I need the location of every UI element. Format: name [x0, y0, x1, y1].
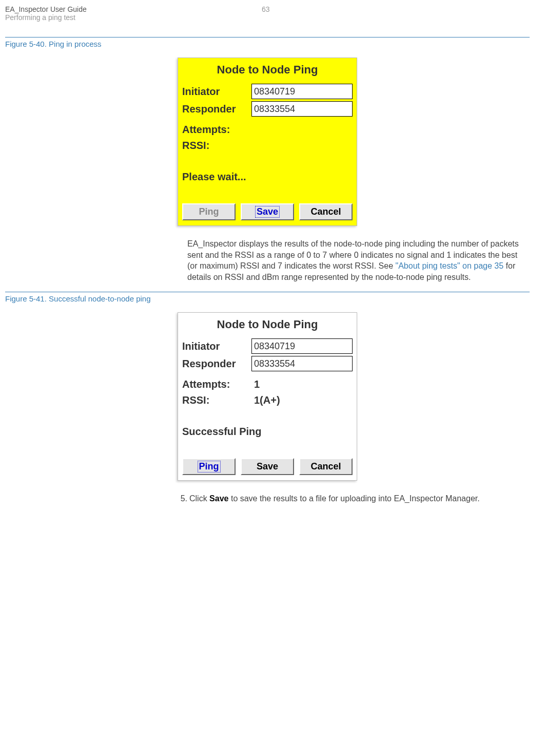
ping-button[interactable]: Ping — [182, 458, 236, 475]
figure-divider — [5, 292, 530, 292]
cancel-button[interactable]: Cancel — [299, 203, 353, 220]
initiator-input[interactable]: 08340719 — [251, 84, 353, 99]
rssi-value: 1(A+) — [254, 394, 280, 406]
responder-label: Responder — [182, 103, 251, 115]
step-number: 5. — [174, 493, 187, 504]
initiator-label: Initiator — [182, 86, 251, 98]
page-header: EA_Inspector User Guide Performing a pin… — [5, 5, 530, 22]
responder-input[interactable]: 08333554 — [251, 356, 353, 371]
initiator-input[interactable]: 08340719 — [251, 338, 353, 354]
cancel-button[interactable]: Cancel — [299, 458, 353, 475]
doc-subtitle: Performing a ping test — [5, 13, 262, 22]
responder-input[interactable]: 08333554 — [251, 101, 353, 117]
about-ping-tests-link[interactable]: "About ping tests" on page 35 — [395, 261, 503, 270]
attempts-label: Attempts: — [182, 124, 254, 136]
ping-dialog-success: Node to Node Ping Initiator 08340719 Res… — [178, 312, 357, 481]
status-message: Please wait... — [178, 156, 357, 203]
attempts-value: 1 — [254, 379, 260, 390]
attempts-label: Attempts: — [182, 379, 254, 390]
initiator-label: Initiator — [182, 341, 251, 352]
save-button[interactable]: Save — [241, 458, 294, 475]
dialog-title: Node to Node Ping — [178, 58, 357, 84]
dialog-title: Node to Node Ping — [178, 313, 357, 338]
page-number: 63 — [262, 5, 270, 13]
figure-divider — [5, 37, 530, 37]
results-description: EA_Inspector displays the results of the… — [187, 238, 519, 282]
save-keyword: Save — [209, 494, 228, 503]
responder-label: Responder — [182, 358, 251, 370]
ping-button[interactable]: Ping — [182, 203, 236, 220]
rssi-label: RSSI: — [182, 140, 254, 152]
figure-caption-1: Figure 5-40. Ping in process — [5, 40, 530, 48]
figure-caption-2: Figure 5-41. Successful node-to-node pin… — [5, 294, 530, 303]
save-button[interactable]: Save — [241, 203, 294, 220]
ping-dialog-in-process: Node to Node Ping Initiator 08340719 Res… — [178, 58, 357, 226]
rssi-label: RSSI: — [182, 394, 254, 406]
doc-title: EA_Inspector User Guide — [5, 5, 262, 13]
status-message: Successful Ping — [178, 410, 357, 458]
step-5: 5. Click Save to save the results to a f… — [174, 493, 519, 504]
